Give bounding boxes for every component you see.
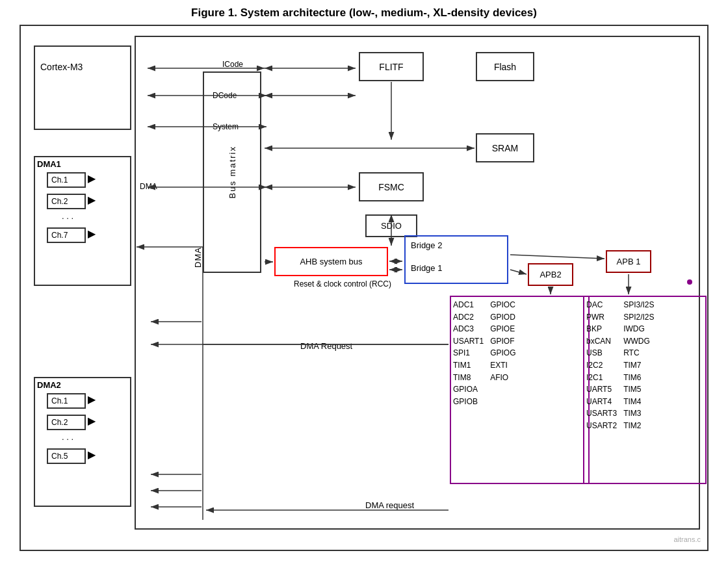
dma1-ch7-box: Ch.7 bbox=[47, 227, 86, 243]
dma-request-label2: DMA request bbox=[365, 500, 414, 510]
dma2-ch2-box: Ch.2 bbox=[47, 415, 86, 430]
flash-box: Flash bbox=[476, 52, 534, 81]
apb2-col2: GPIOCGPIODGPIOEGPIOFGPIOGEXTIAFIO bbox=[490, 299, 515, 407]
bridge1-label: Bridge 1 bbox=[411, 263, 442, 273]
dma2-ch1-arrow: ▶ bbox=[88, 394, 96, 405]
bridge2-label: Bridge 2 bbox=[411, 240, 442, 250]
icode-label: ICode bbox=[222, 60, 243, 69]
dma1-ch7-arrow: ▶ bbox=[88, 229, 96, 239]
dma2-ch2-arrow: ▶ bbox=[88, 416, 96, 426]
cortex-label: Cortex-M3 bbox=[40, 62, 83, 72]
dma-request-label: DMA Request bbox=[300, 341, 352, 351]
cortex-box bbox=[34, 45, 131, 130]
apb1-box: APB 1 bbox=[606, 250, 651, 273]
apb2-periph-content: ADC1ADC2ADC3USART1SPI1TIM1TIM8GPIOAGPIOB… bbox=[453, 299, 515, 407]
sram-box: SRAM bbox=[476, 133, 534, 162]
dma-label-top: DMA bbox=[140, 182, 157, 191]
bus-matrix-box: Bus matrix bbox=[203, 71, 261, 273]
diagram-container: Cortex-M3 DMA1 Ch.1 Ch.2 Ch.7 ▶ ▶ ▶ . . … bbox=[20, 25, 708, 551]
sdio-box: SDIO bbox=[365, 214, 417, 237]
rcc-label: Reset & clock control (RCC) bbox=[294, 279, 391, 290]
flitf-box: FLITF bbox=[359, 52, 424, 81]
dma1-ch2-arrow: ▶ bbox=[88, 195, 96, 205]
dma1-dots: . . . bbox=[62, 211, 73, 221]
dma1-ch2-box: Ch.2 bbox=[47, 194, 86, 209]
ahb-box: AHB system bus bbox=[274, 247, 388, 276]
watermark: aitrans.c bbox=[673, 535, 701, 543]
dma2-label: DMA2 bbox=[37, 380, 61, 390]
dma2-ch5-box: Ch.5 bbox=[47, 448, 86, 464]
dma2-dots: . . . bbox=[62, 432, 73, 442]
fsmc-box: FSMC bbox=[359, 172, 424, 201]
dma1-ch1-arrow: ▶ bbox=[88, 174, 96, 184]
dma2-ch5-arrow: ▶ bbox=[88, 450, 96, 460]
dma1-label: DMA1 bbox=[37, 159, 61, 169]
dma1-ch1-box: Ch.1 bbox=[47, 172, 86, 188]
bus-matrix-label: Bus matrix bbox=[228, 146, 237, 198]
purple-dot bbox=[687, 279, 692, 285]
dma2-ch1-box: Ch.1 bbox=[47, 393, 86, 409]
dcode-label: DCode bbox=[213, 91, 237, 100]
dma-vertical-label: DMA bbox=[193, 247, 203, 268]
apb2-box: APB2 bbox=[528, 263, 573, 286]
system-label: System bbox=[213, 122, 239, 131]
apb2-col1: ADC1ADC2ADC3USART1SPI1TIM1TIM8GPIOAGPIOB bbox=[453, 299, 484, 407]
apb1-col1: DACPWRBKPbxCANUSBI2C2I2C1UART5UART4USART… bbox=[586, 299, 617, 432]
page-title: Figure 1. System architecture (low-, med… bbox=[178, 6, 550, 19]
apb1-col2: SPI3/I2SSPI2/I2SIWDGWWDGRTCTIM7TIM6TIM5T… bbox=[623, 299, 654, 432]
apb1-periph-content: DACPWRBKPbxCANUSBI2C2I2C1UART5UART4USART… bbox=[586, 299, 655, 432]
